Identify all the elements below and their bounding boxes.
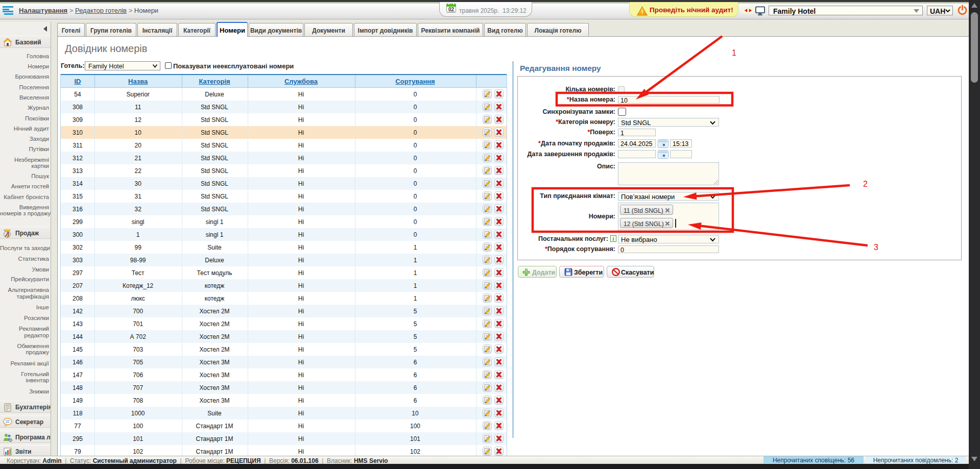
svg-text:!: ! [641, 9, 643, 15]
